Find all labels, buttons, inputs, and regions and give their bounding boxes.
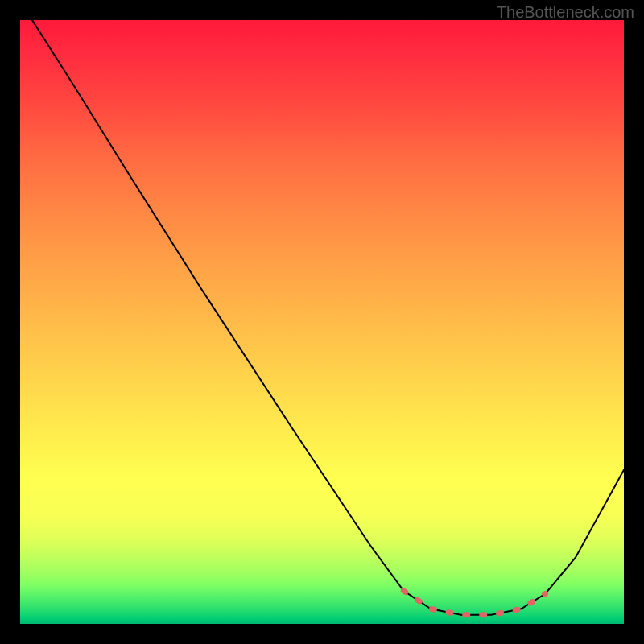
watermark-text: TheBottleneck.com [497, 3, 634, 22]
chart-valley-marker [403, 591, 545, 615]
chart-lines-svg [20, 20, 624, 624]
chart-plot-area [20, 20, 624, 624]
chart-curve [32, 20, 624, 615]
